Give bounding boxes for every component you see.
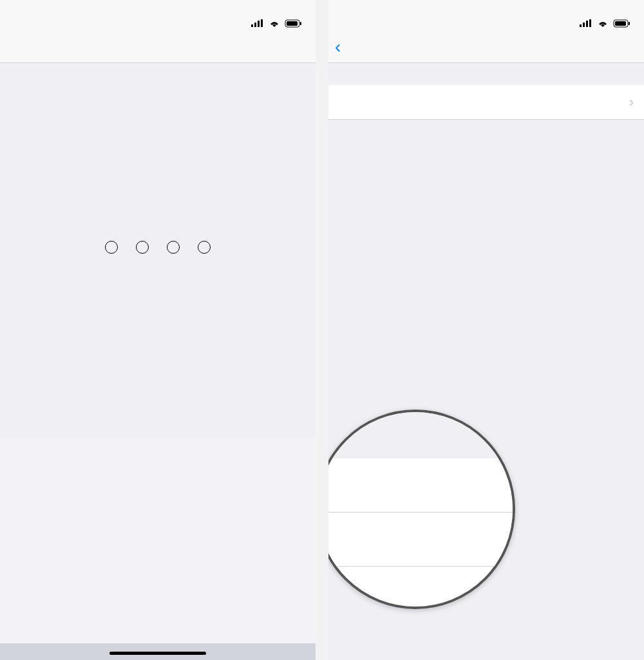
battery-icon: [285, 19, 303, 28]
svg-rect-2: [258, 21, 260, 27]
battery-icon: [613, 19, 631, 28]
svg-rect-1: [254, 23, 256, 27]
svg-rect-8: [583, 23, 585, 27]
status-bar: [328, 0, 644, 31]
signal-icon: [580, 19, 592, 28]
nav-bar: [0, 31, 316, 63]
passcode-area: [0, 63, 316, 438]
status-icons: [580, 19, 631, 28]
passcode-dot: [105, 241, 118, 254]
row-web-content[interactable]: ›: [328, 85, 644, 120]
svg-rect-3: [261, 19, 263, 27]
magnifier-row: [328, 458, 513, 513]
svg-rect-6: [300, 22, 301, 25]
svg-rect-0: [251, 24, 253, 27]
section-header-game: [328, 142, 644, 164]
svg-rect-12: [615, 21, 626, 26]
status-icons: [251, 19, 303, 28]
back-button[interactable]: ‹: [335, 41, 341, 53]
section-header-web: [328, 63, 644, 85]
wifi-icon: [596, 19, 609, 28]
svg-rect-9: [586, 21, 588, 27]
status-bar: [0, 0, 316, 31]
passcode-dots: [105, 241, 211, 254]
svg-rect-7: [580, 24, 582, 27]
section-header-siri: [328, 120, 644, 142]
phone-passcode: [0, 0, 316, 660]
phone-restrictions: ‹ ›: [328, 0, 644, 660]
magnifier-row: [328, 513, 513, 567]
passcode-dot: [167, 241, 180, 254]
svg-rect-10: [589, 19, 591, 27]
passcode-dot: [136, 241, 149, 254]
chevron-right-icon: ›: [629, 94, 634, 111]
nav-bar: ‹: [328, 31, 644, 63]
svg-rect-13: [629, 22, 630, 25]
wifi-icon: [268, 19, 281, 28]
chevron-left-icon: ‹: [335, 41, 341, 53]
passcode-dot: [198, 241, 211, 254]
svg-rect-5: [287, 21, 298, 26]
signal-icon: [251, 19, 264, 28]
keypad: [0, 643, 316, 660]
home-indicator[interactable]: [109, 652, 206, 655]
